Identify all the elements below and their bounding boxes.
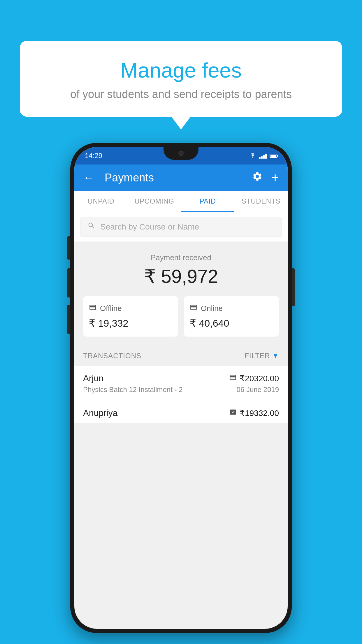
payment-summary: Payment received ₹ 59,972 Offline ₹ 19,3…	[74, 242, 288, 345]
signal-icon	[259, 153, 267, 159]
transaction-amount: ₹20320.00	[240, 374, 279, 383]
speech-bubble-title: Manage fees	[34, 58, 328, 82]
tab-paid[interactable]: PAID	[181, 191, 234, 212]
payment-cards: Offline ₹ 19,332 Online ₹ 40,640	[83, 296, 279, 337]
offline-card: Offline ₹ 19,332	[83, 296, 178, 337]
filter-button[interactable]: FILTER ▼	[245, 352, 279, 360]
battery-fill	[270, 155, 276, 157]
status-time: 14:29	[85, 152, 102, 160]
transactions-header: TRANSACTIONS FILTER ▼	[74, 345, 288, 366]
transaction-name: Arjun	[83, 373, 103, 383]
offline-label: Offline	[100, 304, 122, 313]
payment-total-amount: ₹ 59,972	[83, 266, 279, 287]
add-button[interactable]: +	[271, 170, 279, 185]
transaction-course: Physics Batch 12 Installment - 2	[83, 386, 182, 394]
search-container: Search by Course or Name	[74, 212, 288, 242]
transaction-bottom: Physics Batch 12 Installment - 2 06 June…	[83, 386, 279, 394]
app-bar-actions: +	[252, 170, 279, 185]
online-label: Online	[201, 304, 223, 313]
search-bar[interactable]: Search by Course or Name	[80, 217, 282, 237]
transaction-amount: ₹19332.00	[240, 408, 279, 418]
speech-bubble-container: Manage fees of your students and send re…	[20, 41, 342, 117]
tab-students[interactable]: STUDENTS	[234, 191, 288, 212]
phone-frame: 14:29	[70, 143, 292, 633]
online-amount: ₹ 40,640	[190, 317, 273, 329]
wifi-icon	[249, 152, 256, 160]
search-placeholder: Search by Course or Name	[100, 222, 199, 232]
filter-label: FILTER	[245, 352, 270, 360]
transaction-date: 06 June 2019	[237, 386, 279, 394]
back-button[interactable]: ←	[83, 172, 94, 184]
transaction-name: Anupriya	[83, 408, 117, 418]
battery-icon	[270, 154, 277, 158]
tabs: UNPAID UPCOMING PAID STUDENTS	[74, 191, 288, 212]
table-row[interactable]: Anupriya ₹19332.00	[74, 401, 288, 423]
front-camera	[178, 151, 184, 156]
vol-up-button	[67, 268, 70, 298]
settings-button[interactable]	[252, 171, 263, 184]
vol-down-button	[67, 305, 70, 334]
offline-payment-icon	[229, 408, 237, 418]
offline-icon	[89, 304, 96, 313]
app-title: Payments	[105, 172, 246, 184]
power-button	[292, 268, 295, 306]
tab-upcoming[interactable]: UPCOMING	[128, 191, 181, 212]
app-bar: ← Payments +	[74, 164, 288, 191]
transaction-amount-container: ₹20320.00	[229, 374, 279, 383]
online-card-header: Online	[190, 304, 273, 313]
phone-screen: 14:29	[74, 147, 288, 629]
search-icon	[87, 222, 96, 232]
offline-amount: ₹ 19,332	[89, 317, 172, 329]
transaction-list: Arjun ₹20320.00 Physics Batch 12 Install…	[74, 366, 288, 423]
transaction-amount-container: ₹19332.00	[229, 408, 279, 418]
online-icon	[190, 304, 197, 313]
phone-notch	[164, 147, 198, 160]
payment-received-label: Payment received	[83, 253, 279, 262]
speech-bubble: Manage fees of your students and send re…	[20, 41, 342, 117]
tab-unpaid[interactable]: UNPAID	[74, 191, 128, 212]
status-icons	[249, 152, 277, 160]
speech-bubble-subtitle: of your students and send receipts to pa…	[34, 88, 328, 101]
transaction-top-partial: Anupriya ₹19332.00	[83, 408, 279, 418]
transactions-label: TRANSACTIONS	[83, 352, 141, 360]
offline-card-header: Offline	[89, 304, 172, 313]
table-row[interactable]: Arjun ₹20320.00 Physics Batch 12 Install…	[74, 366, 288, 401]
online-card: Online ₹ 40,640	[184, 296, 279, 337]
online-payment-icon	[229, 374, 237, 383]
filter-icon: ▼	[272, 352, 279, 360]
transaction-top: Arjun ₹20320.00	[83, 373, 279, 383]
